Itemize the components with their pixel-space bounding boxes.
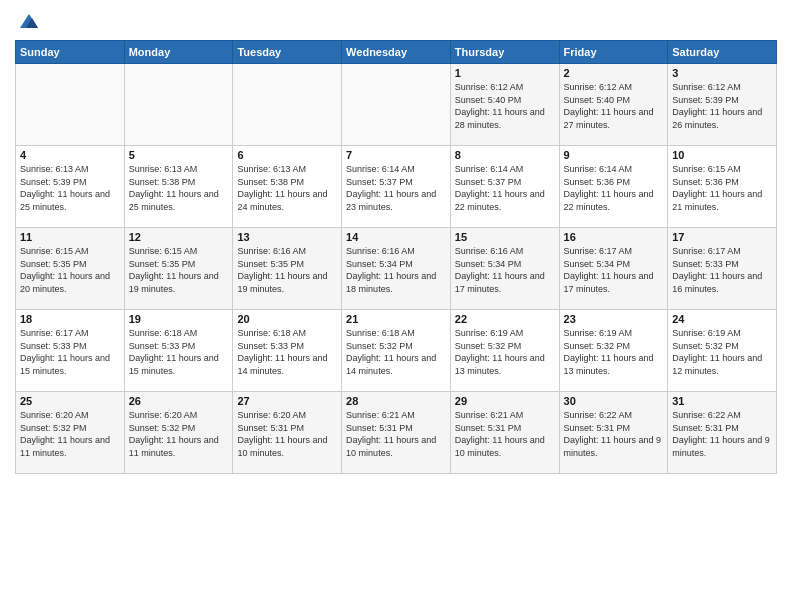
day-number: 7 (346, 149, 446, 161)
day-cell: 7Sunrise: 6:14 AMSunset: 5:37 PMDaylight… (342, 146, 451, 228)
day-info: Sunrise: 6:20 AMSunset: 5:31 PMDaylight:… (237, 409, 337, 459)
day-number: 3 (672, 67, 772, 79)
day-cell: 8Sunrise: 6:14 AMSunset: 5:37 PMDaylight… (450, 146, 559, 228)
day-cell: 20Sunrise: 6:18 AMSunset: 5:33 PMDayligh… (233, 310, 342, 392)
day-number: 25 (20, 395, 120, 407)
day-cell: 29Sunrise: 6:21 AMSunset: 5:31 PMDayligh… (450, 392, 559, 474)
day-info: Sunrise: 6:14 AMSunset: 5:36 PMDaylight:… (564, 163, 664, 213)
day-info: Sunrise: 6:21 AMSunset: 5:31 PMDaylight:… (346, 409, 446, 459)
day-info: Sunrise: 6:15 AMSunset: 5:35 PMDaylight:… (129, 245, 229, 295)
day-header-saturday: Saturday (668, 41, 777, 64)
day-number: 16 (564, 231, 664, 243)
day-number: 20 (237, 313, 337, 325)
day-number: 6 (237, 149, 337, 161)
day-number: 18 (20, 313, 120, 325)
day-number: 11 (20, 231, 120, 243)
day-number: 21 (346, 313, 446, 325)
day-info: Sunrise: 6:18 AMSunset: 5:33 PMDaylight:… (237, 327, 337, 377)
day-cell: 15Sunrise: 6:16 AMSunset: 5:34 PMDayligh… (450, 228, 559, 310)
logo (15, 10, 40, 32)
day-cell: 3Sunrise: 6:12 AMSunset: 5:39 PMDaylight… (668, 64, 777, 146)
day-number: 24 (672, 313, 772, 325)
day-info: Sunrise: 6:14 AMSunset: 5:37 PMDaylight:… (455, 163, 555, 213)
week-row-5: 25Sunrise: 6:20 AMSunset: 5:32 PMDayligh… (16, 392, 777, 474)
day-cell: 5Sunrise: 6:13 AMSunset: 5:38 PMDaylight… (124, 146, 233, 228)
week-row-1: 1Sunrise: 6:12 AMSunset: 5:40 PMDaylight… (16, 64, 777, 146)
day-cell: 21Sunrise: 6:18 AMSunset: 5:32 PMDayligh… (342, 310, 451, 392)
day-cell: 6Sunrise: 6:13 AMSunset: 5:38 PMDaylight… (233, 146, 342, 228)
day-info: Sunrise: 6:17 AMSunset: 5:34 PMDaylight:… (564, 245, 664, 295)
day-cell (124, 64, 233, 146)
day-cell: 26Sunrise: 6:20 AMSunset: 5:32 PMDayligh… (124, 392, 233, 474)
day-header-friday: Friday (559, 41, 668, 64)
day-number: 22 (455, 313, 555, 325)
day-info: Sunrise: 6:12 AMSunset: 5:40 PMDaylight:… (455, 81, 555, 131)
day-number: 14 (346, 231, 446, 243)
day-cell: 16Sunrise: 6:17 AMSunset: 5:34 PMDayligh… (559, 228, 668, 310)
day-cell: 17Sunrise: 6:17 AMSunset: 5:33 PMDayligh… (668, 228, 777, 310)
day-cell (233, 64, 342, 146)
day-info: Sunrise: 6:15 AMSunset: 5:35 PMDaylight:… (20, 245, 120, 295)
day-cell: 19Sunrise: 6:18 AMSunset: 5:33 PMDayligh… (124, 310, 233, 392)
header (15, 10, 777, 32)
day-info: Sunrise: 6:19 AMSunset: 5:32 PMDaylight:… (564, 327, 664, 377)
day-cell (16, 64, 125, 146)
day-number: 5 (129, 149, 229, 161)
day-cell: 10Sunrise: 6:15 AMSunset: 5:36 PMDayligh… (668, 146, 777, 228)
day-info: Sunrise: 6:14 AMSunset: 5:37 PMDaylight:… (346, 163, 446, 213)
day-cell: 22Sunrise: 6:19 AMSunset: 5:32 PMDayligh… (450, 310, 559, 392)
day-number: 8 (455, 149, 555, 161)
day-info: Sunrise: 6:16 AMSunset: 5:34 PMDaylight:… (346, 245, 446, 295)
day-info: Sunrise: 6:17 AMSunset: 5:33 PMDaylight:… (20, 327, 120, 377)
calendar-body: 1Sunrise: 6:12 AMSunset: 5:40 PMDaylight… (16, 64, 777, 474)
day-info: Sunrise: 6:13 AMSunset: 5:38 PMDaylight:… (129, 163, 229, 213)
day-info: Sunrise: 6:13 AMSunset: 5:39 PMDaylight:… (20, 163, 120, 213)
day-cell: 1Sunrise: 6:12 AMSunset: 5:40 PMDaylight… (450, 64, 559, 146)
calendar-page: SundayMondayTuesdayWednesdayThursdayFrid… (0, 0, 792, 612)
day-number: 2 (564, 67, 664, 79)
day-header-monday: Monday (124, 41, 233, 64)
week-row-4: 18Sunrise: 6:17 AMSunset: 5:33 PMDayligh… (16, 310, 777, 392)
day-header-tuesday: Tuesday (233, 41, 342, 64)
week-row-3: 11Sunrise: 6:15 AMSunset: 5:35 PMDayligh… (16, 228, 777, 310)
day-header-wednesday: Wednesday (342, 41, 451, 64)
day-number: 15 (455, 231, 555, 243)
day-cell: 9Sunrise: 6:14 AMSunset: 5:36 PMDaylight… (559, 146, 668, 228)
day-info: Sunrise: 6:19 AMSunset: 5:32 PMDaylight:… (672, 327, 772, 377)
calendar-header: SundayMondayTuesdayWednesdayThursdayFrid… (16, 41, 777, 64)
week-row-2: 4Sunrise: 6:13 AMSunset: 5:39 PMDaylight… (16, 146, 777, 228)
calendar-table: SundayMondayTuesdayWednesdayThursdayFrid… (15, 40, 777, 474)
day-cell: 27Sunrise: 6:20 AMSunset: 5:31 PMDayligh… (233, 392, 342, 474)
day-number: 1 (455, 67, 555, 79)
day-cell: 18Sunrise: 6:17 AMSunset: 5:33 PMDayligh… (16, 310, 125, 392)
day-info: Sunrise: 6:17 AMSunset: 5:33 PMDaylight:… (672, 245, 772, 295)
day-number: 13 (237, 231, 337, 243)
day-cell: 25Sunrise: 6:20 AMSunset: 5:32 PMDayligh… (16, 392, 125, 474)
logo-icon (18, 10, 40, 32)
day-cell: 23Sunrise: 6:19 AMSunset: 5:32 PMDayligh… (559, 310, 668, 392)
day-info: Sunrise: 6:20 AMSunset: 5:32 PMDaylight:… (129, 409, 229, 459)
day-number: 9 (564, 149, 664, 161)
day-info: Sunrise: 6:22 AMSunset: 5:31 PMDaylight:… (672, 409, 772, 459)
day-number: 19 (129, 313, 229, 325)
day-info: Sunrise: 6:16 AMSunset: 5:35 PMDaylight:… (237, 245, 337, 295)
day-cell: 2Sunrise: 6:12 AMSunset: 5:40 PMDaylight… (559, 64, 668, 146)
day-cell (342, 64, 451, 146)
day-info: Sunrise: 6:12 AMSunset: 5:40 PMDaylight:… (564, 81, 664, 131)
day-number: 17 (672, 231, 772, 243)
day-number: 12 (129, 231, 229, 243)
day-cell: 31Sunrise: 6:22 AMSunset: 5:31 PMDayligh… (668, 392, 777, 474)
day-info: Sunrise: 6:18 AMSunset: 5:32 PMDaylight:… (346, 327, 446, 377)
day-number: 10 (672, 149, 772, 161)
day-cell: 11Sunrise: 6:15 AMSunset: 5:35 PMDayligh… (16, 228, 125, 310)
day-cell: 24Sunrise: 6:19 AMSunset: 5:32 PMDayligh… (668, 310, 777, 392)
day-info: Sunrise: 6:12 AMSunset: 5:39 PMDaylight:… (672, 81, 772, 131)
day-cell: 12Sunrise: 6:15 AMSunset: 5:35 PMDayligh… (124, 228, 233, 310)
day-info: Sunrise: 6:18 AMSunset: 5:33 PMDaylight:… (129, 327, 229, 377)
day-info: Sunrise: 6:20 AMSunset: 5:32 PMDaylight:… (20, 409, 120, 459)
day-cell: 30Sunrise: 6:22 AMSunset: 5:31 PMDayligh… (559, 392, 668, 474)
day-header-thursday: Thursday (450, 41, 559, 64)
day-number: 4 (20, 149, 120, 161)
day-info: Sunrise: 6:13 AMSunset: 5:38 PMDaylight:… (237, 163, 337, 213)
day-info: Sunrise: 6:15 AMSunset: 5:36 PMDaylight:… (672, 163, 772, 213)
